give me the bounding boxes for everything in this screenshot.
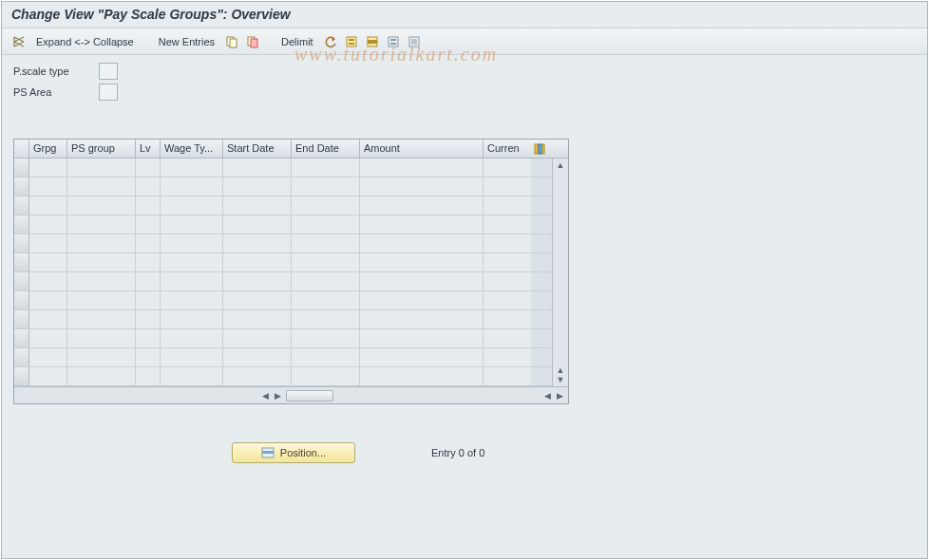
select-all-corner[interactable]: [14, 140, 29, 158]
cell[interactable]: [292, 348, 360, 366]
cell[interactable]: [360, 177, 483, 196]
cell[interactable]: [136, 291, 161, 309]
cell[interactable]: [360, 253, 483, 271]
cell[interactable]: [223, 329, 292, 347]
cell[interactable]: [292, 253, 360, 271]
col-wage-type[interactable]: Wage Ty...: [161, 140, 223, 158]
row-selector[interactable]: [14, 159, 29, 177]
ps-area-input[interactable]: [99, 84, 118, 101]
table-row[interactable]: [14, 272, 552, 291]
position-button[interactable]: Position...: [232, 442, 355, 463]
cell[interactable]: [292, 291, 360, 309]
row-selector[interactable]: [14, 367, 29, 385]
cell[interactable]: [136, 310, 161, 328]
cell[interactable]: [29, 367, 67, 385]
cell[interactable]: [483, 272, 531, 290]
row-selector[interactable]: [14, 253, 29, 271]
cell[interactable]: [29, 159, 67, 177]
cell[interactable]: [29, 215, 67, 233]
cell[interactable]: [292, 310, 360, 328]
cell[interactable]: [161, 367, 223, 385]
cell[interactable]: [29, 291, 67, 309]
row-selector[interactable]: [14, 348, 29, 366]
cell[interactable]: [136, 196, 161, 215]
col-lv[interactable]: Lv: [136, 140, 161, 158]
cell[interactable]: [136, 234, 161, 252]
col-start-date[interactable]: Start Date: [223, 140, 292, 158]
cell[interactable]: [223, 348, 292, 366]
table-row[interactable]: [14, 348, 552, 367]
select-block-icon[interactable]: [365, 34, 380, 49]
cell[interactable]: [67, 348, 136, 366]
scroll-thumb[interactable]: [286, 390, 333, 401]
cell[interactable]: [483, 348, 531, 366]
cell[interactable]: [360, 367, 483, 385]
cell[interactable]: [360, 310, 483, 328]
cell[interactable]: [360, 234, 483, 252]
scroll-up-page-icon[interactable]: ▲: [557, 365, 565, 375]
pscale-type-input[interactable]: [99, 63, 118, 80]
cell[interactable]: [67, 215, 136, 233]
table-row[interactable]: [14, 291, 552, 310]
cell[interactable]: [223, 177, 292, 196]
cell[interactable]: [483, 310, 531, 328]
cell[interactable]: [136, 329, 161, 347]
table-row[interactable]: [14, 234, 552, 253]
cell[interactable]: [223, 215, 292, 233]
cell[interactable]: [161, 177, 223, 196]
cell[interactable]: [483, 215, 531, 233]
cell[interactable]: [29, 253, 67, 271]
cell[interactable]: [483, 159, 531, 177]
cell[interactable]: [29, 348, 67, 366]
cell[interactable]: [67, 310, 136, 328]
deselect-all-icon[interactable]: [386, 34, 401, 49]
cell[interactable]: [292, 196, 360, 215]
select-all-icon[interactable]: [344, 34, 359, 49]
cell[interactable]: [67, 159, 136, 177]
cell[interactable]: [161, 253, 223, 271]
copy-as-icon[interactable]: [245, 34, 260, 49]
cell[interactable]: [161, 329, 223, 347]
row-selector[interactable]: [14, 272, 29, 290]
col-ps-group[interactable]: PS group: [67, 140, 136, 158]
table-row[interactable]: [14, 196, 552, 215]
cell[interactable]: [29, 196, 67, 215]
cell[interactable]: [29, 177, 67, 196]
cell[interactable]: [67, 253, 136, 271]
toggle-icon[interactable]: [11, 34, 27, 49]
scroll-up-icon[interactable]: ▲: [557, 160, 565, 170]
cell[interactable]: [223, 367, 292, 385]
vertical-scrollbar[interactable]: ▲ ▲ ▼: [552, 159, 568, 386]
cell[interactable]: [136, 177, 161, 196]
cell[interactable]: [223, 159, 292, 177]
table-row[interactable]: [14, 159, 552, 177]
table-row[interactable]: [14, 215, 552, 234]
cell[interactable]: [161, 310, 223, 328]
cell[interactable]: [292, 272, 360, 290]
cell[interactable]: [223, 253, 292, 271]
col-currency[interactable]: Curren: [483, 140, 531, 158]
cell[interactable]: [292, 329, 360, 347]
table-row[interactable]: [14, 253, 552, 272]
table-row[interactable]: [14, 310, 552, 329]
cell[interactable]: [223, 291, 292, 309]
row-selector[interactable]: [14, 310, 29, 328]
cell[interactable]: [161, 234, 223, 252]
cell[interactable]: [483, 367, 531, 385]
col-grpg[interactable]: Grpg: [29, 140, 67, 158]
configure-columns-icon[interactable]: [531, 140, 548, 158]
undo-icon[interactable]: [323, 34, 338, 49]
row-selector[interactable]: [14, 196, 29, 215]
cell[interactable]: [136, 272, 161, 290]
cell[interactable]: [67, 234, 136, 252]
table-row[interactable]: [14, 329, 552, 348]
cell[interactable]: [360, 272, 483, 290]
cell[interactable]: [67, 196, 136, 215]
cell[interactable]: [136, 215, 161, 233]
cell[interactable]: [360, 159, 483, 177]
delimit-button[interactable]: Delimit: [277, 34, 317, 49]
horizontal-scrollbar[interactable]: ◀ ▶ ◀ ▶: [14, 386, 568, 403]
cell[interactable]: [360, 329, 483, 347]
cell[interactable]: [161, 272, 223, 290]
table-row[interactable]: [14, 177, 552, 196]
